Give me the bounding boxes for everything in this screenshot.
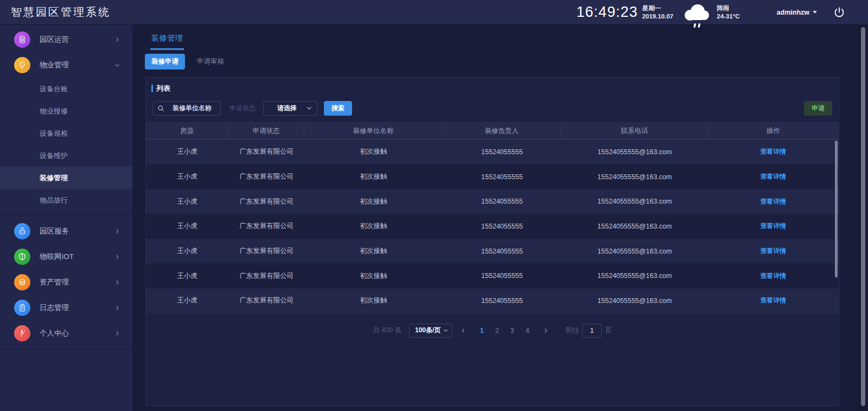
table-cell: 王小虎: [146, 239, 228, 264]
pagination-bar: 共 400 条 100条/页 1234 前往 页: [146, 323, 839, 338]
list-panel: 列表 申请状态 请选择 搜索 申请 房源 申请状态: [145, 77, 839, 406]
page-number-3[interactable]: 3: [505, 327, 519, 334]
column-header-apply-status: 申请状态: [228, 123, 304, 139]
sidebar-subitem-goods-release[interactable]: 物品放行: [0, 189, 132, 211]
actions-cell: 查看详情: [708, 288, 839, 313]
company-search-box[interactable]: [152, 101, 221, 116]
view-details-link[interactable]: 查看详情: [760, 197, 786, 206]
header-right-cluster: 16:49:23 星期一 2019.10.07 阵雨 24-31°C ad: [577, 0, 845, 27]
sidebar-subitem-device-maintenance[interactable]: 设备维护: [0, 144, 132, 167]
sidebar-item-label: 个人中心: [40, 328, 69, 338]
actions-cell: 查看详情: [708, 263, 839, 288]
chevron-right-icon: [114, 254, 120, 260]
sidebar-subitem-decoration-management[interactable]: 装修管理: [0, 167, 132, 189]
page-number-1[interactable]: 1: [475, 327, 489, 334]
sidebar-item-park-operation[interactable]: 园区运营: [0, 27, 132, 52]
main-content: 装修管理 装修申请 申请审核 列表 申请状态 请选择 搜索: [133, 24, 858, 411]
chevron-right-icon: [114, 36, 120, 43]
top-header: 智慧园区管理系统 16:49:23 星期一 2019.10.07 阵雨 24-3…: [0, 0, 868, 24]
view-details-link[interactable]: 查看详情: [760, 222, 786, 231]
actions-cell: 查看详情: [708, 239, 839, 264]
next-page-button[interactable]: [539, 327, 552, 334]
column-header-phone: 联系电话: [561, 123, 707, 139]
table-scrollbar-thumb[interactable]: [835, 141, 838, 277]
sidebar-item-asset-management[interactable]: 资产管理: [0, 269, 132, 295]
table-row: 王小虎广东发展有限公司初次接触1552405555515524055555@16…: [146, 165, 839, 189]
actions-cell: 查看详情: [708, 214, 839, 239]
weekday-label: 星期一: [642, 4, 674, 12]
sidebar-item-property-management[interactable]: 物业管理: [0, 52, 132, 78]
page-number-2[interactable]: 2: [490, 327, 504, 334]
table-cell: 广东发展有限公司: [228, 214, 304, 239]
sidebar-subitem-device-ledger[interactable]: 设备台账: [0, 78, 132, 100]
table-cell: 15524055555: [443, 263, 562, 288]
list-section-title: 列表: [146, 78, 839, 97]
cloud-rain-icon: [681, 3, 712, 27]
table-cell: 广东发展有限公司: [228, 239, 304, 264]
power-icon: [833, 7, 845, 18]
apply-button[interactable]: 申请: [804, 101, 832, 116]
view-details-link[interactable]: 查看详情: [760, 147, 786, 156]
page-tab-decoration-management[interactable]: 装修管理: [150, 33, 184, 50]
table-cell: 王小虎: [146, 288, 228, 313]
goto-page-input[interactable]: [582, 324, 602, 338]
table-cell: 15524055555@163.com: [561, 189, 707, 214]
sidebar-item-park-service[interactable]: 园区服务: [0, 218, 132, 244]
page-scrollbar-thumb[interactable]: [861, 27, 865, 406]
logout-power-button[interactable]: [833, 7, 845, 18]
view-details-link[interactable]: 查看详情: [760, 246, 786, 256]
column-header-manager: 装修负责人: [443, 123, 562, 139]
property-management-submenu: 设备台账 物业报修 设备巡检 设备维护 装修管理 物品放行: [0, 78, 132, 211]
tab-decoration-apply[interactable]: 装修申请: [145, 54, 185, 69]
table-cell: 初次接触: [304, 165, 442, 189]
weather-temperature: 24-31°C: [717, 12, 739, 20]
list-title-text: 列表: [156, 84, 170, 93]
table-cell: 广东发展有限公司: [228, 140, 304, 165]
page-size-select[interactable]: 100条/页: [409, 324, 452, 338]
page-number-list: 1234: [474, 327, 535, 334]
sidebar-item-log-management[interactable]: 日志管理: [0, 295, 132, 320]
view-details-link[interactable]: 查看详情: [760, 296, 786, 305]
status-select[interactable]: 请选择: [263, 101, 317, 116]
search-input[interactable]: [168, 104, 216, 112]
tab-apply-review[interactable]: 申请审核: [190, 54, 231, 69]
table-cell: 初次接触: [304, 189, 442, 214]
sidebar-divider: [0, 349, 132, 350]
chevron-right-icon: [114, 330, 120, 337]
filter-toolbar: 申请状态 请选择 搜索 申请: [146, 97, 839, 119]
sidebar-subitem-device-inspection[interactable]: 设备巡检: [0, 122, 132, 144]
park-operation-icon: [14, 31, 30, 48]
clock-time: 16:49:23: [577, 4, 638, 21]
table-header-row: 房源 申请状态 装修单位名称 装修负责人 联系电话 操作: [146, 123, 839, 140]
table-cell: 初次接触: [304, 140, 442, 165]
sidebar-item-personal-center[interactable]: 个人中心: [0, 320, 132, 346]
search-button[interactable]: 搜索: [324, 101, 352, 116]
table-cell: 广东发展有限公司: [228, 165, 304, 189]
page-tab-bar: 装修管理: [133, 24, 858, 50]
prev-page-button[interactable]: [457, 327, 470, 334]
search-icon: [157, 105, 164, 112]
chevron-down-icon: [813, 11, 817, 14]
view-details-link[interactable]: 查看详情: [760, 172, 786, 181]
sidebar-item-iot[interactable]: 物联网IOT: [0, 244, 132, 269]
page-number-4[interactable]: 4: [520, 327, 534, 334]
sidebar-item-label: 园区运营: [40, 35, 69, 45]
sidebar-subitem-property-repair[interactable]: 物业报修: [0, 100, 132, 122]
sub-tab-bar: 装修申请 申请审核: [145, 54, 858, 69]
user-menu[interactable]: adminhzw: [777, 9, 817, 16]
chevron-right-icon: [114, 305, 120, 311]
goto-page-group: 前往 页: [565, 324, 612, 338]
table-cell: 王小虎: [146, 165, 228, 189]
table-cell: 王小虎: [146, 140, 228, 165]
sidebar-item-label: 园区服务: [40, 226, 69, 236]
table-row: 王小虎广东发展有限公司初次接触1552405555515524055555@16…: [146, 288, 839, 313]
table-cell: 王小虎: [146, 189, 228, 214]
chevron-right-icon: [114, 279, 120, 286]
view-details-link[interactable]: 查看详情: [760, 271, 786, 281]
table-cell: 王小虎: [146, 214, 228, 239]
table-cell: 15524055555: [443, 239, 562, 264]
table-cell: 15524055555: [443, 214, 562, 239]
table-cell: 15524055555@163.com: [561, 263, 707, 288]
log-clipboard-icon: [14, 300, 30, 316]
page-scrollbar-track: [858, 24, 868, 411]
